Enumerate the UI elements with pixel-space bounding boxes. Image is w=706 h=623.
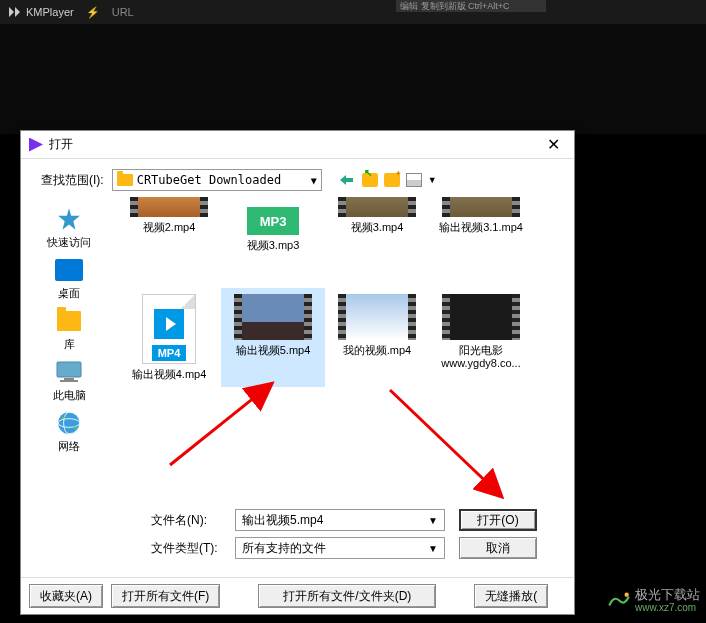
filetype-select[interactable]: 所有支持的文件 ▼ [235, 537, 445, 559]
sidebar-network[interactable]: 网络 [53, 409, 85, 454]
filename-form: 文件名(N): 输出视频5.mp4 ▼ 打开(O) 文件类型(T): 所有支持的… [21, 505, 574, 577]
view-dropdown-icon[interactable]: ▼ [428, 175, 437, 185]
lookup-row: 查找范围(I): CRTubeGet Downloaded ▼ ▼ [21, 159, 574, 197]
file-item[interactable]: 视频2.mp4 [117, 201, 221, 258]
video-thumbnail [338, 294, 416, 340]
library-icon [53, 307, 85, 335]
folder-icon [117, 174, 133, 186]
watermark-url: www.xz7.com [635, 602, 700, 613]
lookup-toolbar: ▼ [338, 171, 437, 189]
video-thumbnail [442, 197, 520, 217]
filename-label: 文件名(N): [151, 512, 221, 529]
places-sidebar: 快速访问 桌面 库 此电脑 网络 [29, 197, 109, 497]
sidebar-item-label: 库 [64, 337, 75, 352]
watermark-logo-icon [605, 586, 631, 615]
kmplayer-logo: KMPlayer [8, 6, 74, 18]
chevron-down-icon: ▼ [428, 515, 438, 526]
folder-name: CRTubeGet Downloaded [137, 173, 282, 187]
back-button[interactable] [338, 171, 356, 189]
svg-rect-3 [60, 380, 78, 382]
open-all-files-folders-button[interactable]: 打开所有文件/文件夹(D) [258, 584, 436, 608]
filetype-label: 文件类型(T): [151, 540, 221, 557]
dialog-titlebar: 打开 ✕ [21, 131, 574, 159]
video-thumbnail [234, 294, 312, 340]
sidebar-item-label: 桌面 [58, 286, 80, 301]
seamless-play-button[interactable]: 无缝播放( [474, 584, 548, 608]
player-dark-area [0, 24, 706, 134]
sidebar-this-pc[interactable]: 此电脑 [53, 358, 86, 403]
sidebar-quick-access[interactable]: 快速访问 [47, 205, 91, 250]
dialog-body: 快速访问 桌面 库 此电脑 网络 [21, 197, 574, 505]
watermark-title: 极光下载站 [635, 588, 700, 602]
watermark: 极光下载站 www.xz7.com [605, 586, 700, 615]
chevron-down-icon: ▼ [311, 175, 317, 186]
video-thumbnail [442, 294, 520, 340]
sidebar-item-label: 网络 [58, 439, 80, 454]
file-name: 视频2.mp4 [143, 221, 196, 234]
star-icon [53, 205, 85, 233]
extra-buttons: 收藏夹(A) 打开所有文件(F) 打开所有文件/文件夹(D) 无缝播放( [21, 577, 574, 614]
video-thumbnail [130, 197, 208, 217]
bolt-icon[interactable]: ⚡ [86, 6, 100, 19]
favorites-button[interactable]: 收藏夹(A) [29, 584, 103, 608]
mp4-file-icon: MP4 [142, 294, 196, 364]
kmplayer-name: KMPlayer [26, 6, 74, 18]
desktop-icon [53, 256, 85, 284]
file-name: 我的视频.mp4 [343, 344, 411, 357]
close-button[interactable]: ✕ [541, 135, 566, 154]
svg-rect-0 [344, 178, 353, 182]
sidebar-item-label: 此电脑 [53, 388, 86, 403]
lookup-label: 查找范围(I): [41, 172, 104, 189]
open-button[interactable]: 打开(O) [459, 509, 537, 531]
kmplayer-titlebar: KMPlayer ⚡ URL [0, 0, 706, 24]
file-item[interactable]: 输出视频3.1.mp4 [429, 201, 533, 258]
file-name: 阳光电影 www.ygdy8.co... [441, 344, 520, 370]
file-item[interactable]: 我的视频.mp4 [325, 288, 429, 387]
open-all-files-button[interactable]: 打开所有文件(F) [111, 584, 220, 608]
file-name: 视频3.mp4 [351, 221, 404, 234]
globe-icon [53, 409, 85, 437]
file-name: 输出视频3.1.mp4 [439, 221, 523, 234]
mp3-icon: MP3 [247, 207, 299, 235]
cancel-button[interactable]: 取消 [459, 537, 537, 559]
svg-point-8 [625, 593, 629, 597]
svg-rect-2 [64, 378, 74, 380]
new-folder-button[interactable] [384, 173, 400, 187]
dialog-title: 打开 [49, 136, 73, 153]
file-name: 输出视频5.mp4 [236, 344, 311, 357]
filename-input[interactable]: 输出视频5.mp4 ▼ [235, 509, 445, 531]
sidebar-item-label: 快速访问 [47, 235, 91, 250]
up-folder-button[interactable] [362, 173, 378, 187]
file-item-selected[interactable]: 输出视频5.mp4 [221, 288, 325, 387]
url-label[interactable]: URL [112, 6, 134, 18]
file-item[interactable]: MP4 输出视频4.mp4 [117, 288, 221, 387]
filetype-value: 所有支持的文件 [242, 540, 326, 557]
file-item[interactable]: 视频3.mp4 [325, 201, 429, 258]
dialog-play-icon [29, 138, 43, 152]
chevron-down-icon: ▼ [428, 543, 438, 554]
file-name: 视频3.mp3 [247, 239, 300, 252]
file-item[interactable]: 阳光电影 www.ygdy8.co... [429, 288, 533, 387]
sidebar-libraries[interactable]: 库 [53, 307, 85, 352]
file-list[interactable]: 视频2.mp4 MP3 视频3.mp3 视频3.mp4 输出视频3.1.mp4 [109, 197, 566, 497]
lookup-combo[interactable]: CRTubeGet Downloaded ▼ [112, 169, 322, 191]
video-thumbnail [338, 197, 416, 217]
file-name: 输出视频4.mp4 [132, 368, 207, 381]
sidebar-desktop[interactable]: 桌面 [53, 256, 85, 301]
filename-value: 输出视频5.mp4 [242, 512, 323, 529]
file-item[interactable]: MP3 视频3.mp3 [221, 201, 325, 258]
open-dialog: 打开 ✕ 查找范围(I): CRTubeGet Downloaded ▼ ▼ [20, 130, 575, 615]
view-mode-button[interactable] [406, 173, 422, 187]
svg-rect-1 [57, 362, 81, 377]
top-cut-strip: 编辑 复制到新版 Ctrl+Alt+C [396, 0, 546, 12]
computer-icon [53, 358, 85, 386]
